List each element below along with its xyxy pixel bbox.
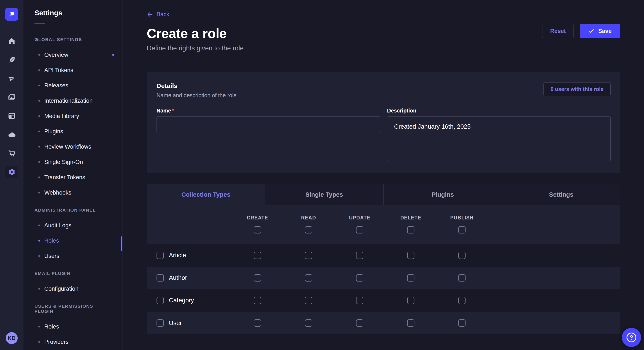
sidebar-item-review-workflows[interactable]: Review Workflows bbox=[24, 139, 122, 154]
nav-releases[interactable] bbox=[0, 69, 24, 88]
users-with-role-button[interactable]: 0 users with this role bbox=[544, 82, 610, 96]
help-button[interactable]: ? bbox=[622, 328, 641, 347]
checkbox-user-read[interactable] bbox=[305, 319, 312, 327]
nav-media-library[interactable] bbox=[0, 88, 24, 107]
bullet-icon bbox=[38, 224, 40, 226]
nav-content-type-builder[interactable] bbox=[0, 107, 24, 125]
checkbox-user-all[interactable] bbox=[156, 319, 164, 327]
save-button[interactable]: Save bbox=[580, 24, 620, 38]
checkbox-article-publish[interactable] bbox=[458, 252, 466, 259]
name-field-group: Name* bbox=[156, 108, 380, 133]
checkbox-article-read[interactable] bbox=[305, 252, 312, 259]
checkbox-author-publish[interactable] bbox=[458, 274, 466, 282]
sidebar-item-providers[interactable]: Providers bbox=[24, 334, 122, 350]
back-link[interactable]: Back bbox=[147, 11, 169, 18]
sidebar-item-single-sign-on[interactable]: Single Sign-On bbox=[24, 154, 122, 170]
nav-home[interactable] bbox=[0, 32, 24, 50]
checkbox-article-update[interactable] bbox=[356, 252, 363, 259]
sidebar-item-roles-admin[interactable]: Roles bbox=[24, 233, 122, 248]
tab-settings[interactable]: Settings bbox=[502, 184, 620, 205]
bullet-icon bbox=[38, 326, 40, 328]
column-header-publish: PUBLISH bbox=[436, 215, 488, 221]
sidebar-item-releases[interactable]: Releases bbox=[24, 78, 122, 93]
sidebar-item-audit-logs[interactable]: Audit Logs bbox=[24, 218, 122, 233]
sidebar-item-webhooks[interactable]: Webhooks bbox=[24, 185, 122, 200]
checkbox-article-all[interactable] bbox=[156, 252, 164, 259]
checkbox-article-create[interactable] bbox=[254, 252, 261, 259]
checkbox-category-publish[interactable] bbox=[458, 297, 466, 304]
checkbox-category-delete[interactable] bbox=[407, 297, 414, 304]
bullet-icon bbox=[38, 176, 40, 178]
sidebar-item-configuration[interactable]: Configuration bbox=[24, 281, 122, 296]
checkbox-user-create[interactable] bbox=[254, 319, 261, 327]
checkbox-author-update[interactable] bbox=[356, 274, 363, 282]
sidebar-item-overview[interactable]: Overview bbox=[24, 47, 122, 62]
arrow-left-icon bbox=[147, 11, 153, 18]
checkbox-all-create[interactable] bbox=[254, 226, 261, 233]
permissions-tabs: Collection Types Single Types Plugins Se… bbox=[147, 184, 620, 205]
tab-collection-types[interactable]: Collection Types bbox=[147, 184, 265, 205]
permissions-panel: CREATE READ UPDATE DELETE PUBLISH bbox=[147, 205, 620, 334]
paper-plane-icon bbox=[8, 74, 16, 82]
checkbox-all-publish[interactable] bbox=[458, 226, 466, 233]
checkbox-all-read[interactable] bbox=[305, 226, 312, 233]
checkbox-all-delete[interactable] bbox=[407, 226, 414, 233]
name-input[interactable] bbox=[156, 116, 380, 133]
checkbox-author-all[interactable] bbox=[156, 274, 164, 282]
checkbox-category-all[interactable] bbox=[156, 297, 164, 304]
checkbox-author-read[interactable] bbox=[305, 274, 312, 282]
main-content: Back Create a role Define the rights giv… bbox=[122, 0, 644, 350]
details-subtitle: Name and description of the role bbox=[156, 92, 236, 99]
checkbox-user-update[interactable] bbox=[356, 319, 363, 327]
description-textarea[interactable]: Created January 16th, 2025 bbox=[387, 116, 611, 161]
checkbox-author-create[interactable] bbox=[254, 274, 261, 282]
cart-icon bbox=[8, 149, 16, 157]
checkbox-category-read[interactable] bbox=[305, 297, 312, 304]
sidebar-item-media-library[interactable]: Media Library bbox=[24, 108, 122, 124]
bullet-icon bbox=[38, 115, 40, 117]
user-avatar[interactable]: KD bbox=[6, 332, 18, 344]
sidebar-item-roles-up[interactable]: Roles bbox=[24, 319, 122, 334]
bullet-icon bbox=[38, 146, 40, 148]
row-label: Category bbox=[169, 297, 194, 304]
nav-content-manager[interactable] bbox=[0, 50, 24, 69]
checkbox-article-delete[interactable] bbox=[407, 252, 414, 259]
sidebar-item-users[interactable]: Users bbox=[24, 248, 122, 264]
notification-dot bbox=[112, 54, 114, 56]
checkbox-user-delete[interactable] bbox=[407, 319, 414, 327]
tab-plugins[interactable]: Plugins bbox=[383, 184, 502, 205]
rail-divider bbox=[5, 28, 19, 28]
settings-sidebar: Settings GLOBAL SETTINGS Overview API To… bbox=[24, 0, 122, 350]
header-actions: Reset Save bbox=[542, 24, 620, 38]
cloud-icon bbox=[8, 131, 16, 139]
layout-icon bbox=[8, 112, 16, 120]
title-divider bbox=[34, 23, 45, 24]
name-label: Name* bbox=[156, 108, 174, 114]
checkbox-all-update[interactable] bbox=[356, 226, 363, 233]
checkbox-user-publish[interactable] bbox=[458, 319, 466, 327]
bullet-icon bbox=[38, 131, 40, 132]
checkbox-author-delete[interactable] bbox=[407, 274, 414, 282]
sidebar-item-internationalization[interactable]: Internationalization bbox=[24, 93, 122, 108]
tab-single-types[interactable]: Single Types bbox=[265, 184, 384, 205]
sidebar-item-plugins[interactable]: Plugins bbox=[24, 124, 122, 139]
sidebar-title: Settings bbox=[34, 9, 122, 17]
nav-marketplace[interactable] bbox=[0, 144, 24, 163]
select-all-row bbox=[147, 226, 620, 244]
check-icon bbox=[588, 28, 594, 34]
sidebar-item-transfer-tokens[interactable]: Transfer Tokens bbox=[24, 170, 122, 185]
main-nav-rail: KD bbox=[0, 0, 24, 350]
bullet-icon bbox=[38, 85, 40, 86]
nav-settings[interactable] bbox=[0, 163, 24, 181]
checkbox-category-create[interactable] bbox=[254, 297, 261, 304]
bullet-icon bbox=[38, 69, 40, 71]
sidebar-item-api-tokens[interactable]: API Tokens bbox=[24, 62, 122, 78]
reset-button[interactable]: Reset bbox=[542, 24, 574, 38]
nav-deploy[interactable] bbox=[0, 125, 24, 144]
checkbox-category-update[interactable] bbox=[356, 297, 363, 304]
table-row-user: User bbox=[147, 312, 620, 334]
column-header-read: READ bbox=[283, 215, 334, 221]
strapi-logo[interactable] bbox=[5, 8, 18, 21]
bullet-icon bbox=[38, 192, 40, 193]
administration-panel-list: Audit Logs Roles Users bbox=[24, 218, 122, 264]
